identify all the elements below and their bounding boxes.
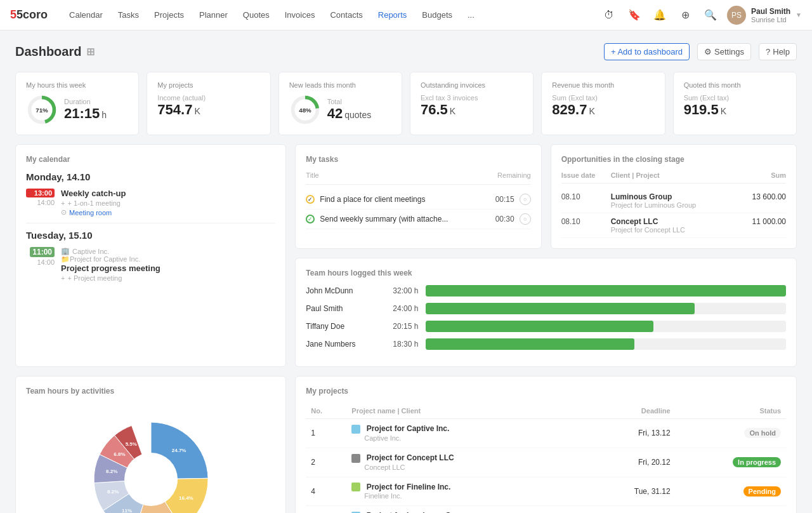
- stats-row: My hours this week 71% Duration 21:15 h: [15, 72, 797, 135]
- pie-label-0: 24.7%: [171, 448, 186, 453]
- stat-invoices: Outstanding invoices Excl tax 3 invoices…: [410, 72, 534, 135]
- task-action-0[interactable]: ○: [520, 194, 531, 205]
- col-name: Project name | Client: [346, 403, 586, 419]
- col-deadline: Deadline: [586, 403, 675, 419]
- table-row[interactable]: 1 Project for Captive Inc. Captive Inc. …: [306, 419, 786, 448]
- help-icon: ?: [766, 47, 770, 57]
- chevron-down-icon: ▼: [796, 11, 802, 18]
- hours-donut: 71%: [26, 94, 58, 126]
- bottom-row: Team hours by activities 24.7%16.4%13.7%…: [15, 376, 797, 513]
- team-bar-2: [426, 321, 653, 332]
- team-bar-0: [426, 285, 786, 296]
- team-row-3: Jane Numbers 18:30 h: [306, 338, 786, 350]
- avatar: PS: [727, 6, 746, 25]
- stat-revenue-label: Revenue this month: [552, 81, 654, 89]
- calendar-day-tuesday: Tuesday, 15.10: [26, 230, 275, 241]
- opportunities-card: Opportunities in the closing stage Issue…: [551, 144, 797, 249]
- opportunities-title: Opportunities in the closing stage: [561, 155, 786, 164]
- tasks-card: My tasks Title Remaining ✓ Find a place …: [295, 144, 541, 249]
- search-icon[interactable]: 🔍: [702, 6, 719, 24]
- task-checkbox-1[interactable]: ✓: [306, 215, 315, 223]
- stat-hours-label: My hours this week: [26, 81, 128, 89]
- table-row[interactable]: 2 Project for Concept LLC Concept LLC Fr…: [306, 448, 786, 477]
- nav-reports[interactable]: Reports: [372, 6, 414, 23]
- stat-projects-label: My projects: [157, 81, 259, 89]
- nav-invoices[interactable]: Invoices: [278, 6, 322, 23]
- team-hours-title: Team hours logged this week: [306, 269, 786, 277]
- dashboard-title: Dashboard ⊞: [15, 44, 95, 59]
- nav-more[interactable]: ...: [461, 6, 481, 23]
- pie-label-5: 8.2%: [106, 469, 117, 474]
- nav-tasks[interactable]: Tasks: [112, 6, 145, 23]
- task-checkbox-0[interactable]: ✓: [306, 195, 315, 204]
- pie-label-1: 16.4%: [179, 495, 193, 501]
- pie-label-6: 6.8%: [114, 451, 125, 457]
- nav-budgets[interactable]: Budgets: [416, 6, 459, 23]
- main-content: Dashboard ⊞ + Add to dashboard ⚙ Setting…: [0, 30, 812, 513]
- team-bar-3: [426, 338, 634, 350]
- team-bar-wrap-0: [426, 285, 786, 296]
- nav-planner[interactable]: Planner: [193, 6, 234, 23]
- add-to-dashboard-button[interactable]: + Add to dashboard: [604, 43, 690, 60]
- table-row[interactable]: 4 Project for Fineline Inc. Fineline Inc…: [306, 477, 786, 506]
- team-bar-wrap-3: [426, 338, 786, 350]
- task-row-0: ✓ Find a place for client meetings 00:15…: [306, 190, 530, 210]
- team-bar-wrap-2: [426, 321, 786, 332]
- nav-contacts[interactable]: Contacts: [324, 6, 369, 23]
- opp-row-0: 08.10 Luminous Group Project for Luminou…: [561, 189, 786, 213]
- team-hours-rows: John McDunn 32:00 h Paul Smith 24:00 h T…: [306, 285, 786, 350]
- nav-projects[interactable]: Projects: [148, 6, 190, 23]
- dashboard-actions: + Add to dashboard ⚙ Settings ? Help: [604, 43, 797, 60]
- calendar-event-1: 11:00 14:00 🏢Captive Inc. 📁Project for C…: [26, 247, 275, 282]
- team-row-1: Paul Smith 24:00 h: [306, 303, 786, 314]
- bookmark-icon[interactable]: 🔖: [625, 6, 643, 24]
- nav-calendar[interactable]: Calendar: [63, 6, 109, 23]
- stat-projects: My projects Income (actual) 754.7 K: [147, 72, 270, 135]
- leads-donut: 48%: [289, 94, 321, 126]
- stat-leads-label: New leads this month: [289, 81, 391, 89]
- tasks-title: My tasks: [306, 155, 530, 164]
- dashboard-header: Dashboard ⊞ + Add to dashboard ⚙ Setting…: [15, 43, 797, 60]
- calendar-day-monday: Monday, 14.10: [26, 171, 275, 182]
- team-bar-1: [426, 303, 695, 314]
- nav-right: ⏱ 🔖 🔔 ⊕ 🔍 PS Paul Smith Sunrise Ltd ▼: [600, 6, 802, 25]
- pie-chart: 24.7%16.4%13.7%11%8.2%8.2%6.8%5.5%: [81, 410, 221, 513]
- team-row-2: Tiffany Doe 20:15 h: [306, 321, 786, 332]
- filter-icon[interactable]: ⊞: [86, 46, 95, 58]
- notification-icon[interactable]: 🔔: [651, 6, 669, 24]
- user-badge[interactable]: PS Paul Smith Sunrise Ltd ▼: [727, 6, 802, 25]
- calendar-event-0: 13:00 14:00 Weekly catch-up + + 1-on-1 m…: [26, 189, 275, 217]
- calendar-title: My calendar: [26, 155, 275, 164]
- calendar-card: My calendar Monday, 14.10 13:00 14:00 We…: [15, 144, 286, 367]
- settings-button[interactable]: ⚙ Settings: [697, 43, 751, 60]
- table-row[interactable]: 5 Project for Luminous Group Luminous Gr…: [306, 506, 786, 513]
- help-button[interactable]: ? Help: [759, 43, 797, 60]
- pie-chart-wrap: 24.7%16.4%13.7%11%8.2%8.2%6.8%5.5%: [26, 403, 275, 513]
- nav-quotes[interactable]: Quotes: [237, 6, 276, 23]
- tasks-opps-row: My tasks Title Remaining ✓ Find a place …: [295, 144, 797, 249]
- add-icon[interactable]: ⊕: [676, 6, 694, 24]
- opp-row-1: 08.10 Concept LLC Project for Concept LL…: [561, 213, 786, 238]
- pie-label-3: 11%: [122, 508, 132, 513]
- projects-title: My projects: [306, 387, 786, 396]
- logo[interactable]: 55coro: [10, 8, 48, 22]
- task-action-1[interactable]: ○: [520, 213, 531, 225]
- team-activities-card: Team hours by activities 24.7%16.4%13.7%…: [15, 376, 286, 513]
- user-name: Paul Smith: [751, 7, 790, 16]
- settings-icon: ⚙: [704, 47, 712, 57]
- tasks-header: Title Remaining: [306, 171, 530, 185]
- col-no: No.: [306, 403, 346, 419]
- svg-point-6: [124, 453, 178, 506]
- svg-text:48%: 48%: [299, 107, 311, 114]
- calendar-divider: [26, 223, 275, 223]
- user-company: Sunrise Ltd: [751, 16, 790, 23]
- right-section: My tasks Title Remaining ✓ Find a place …: [295, 144, 797, 367]
- col-status: Status: [676, 403, 786, 419]
- stat-leads: New leads this month 48% Total 42 quotes: [278, 72, 402, 135]
- timer-icon[interactable]: ⏱: [600, 6, 618, 24]
- top-navigation: 55coro Calendar Tasks Projects Planner Q…: [0, 0, 812, 30]
- projects-card: My projects No. Project name | Client De…: [295, 376, 797, 513]
- pie-label-7: 5.5%: [125, 441, 136, 447]
- task-row-1: ✓ Send weekly summary (with attache... 0…: [306, 210, 530, 229]
- projects-table: No. Project name | Client Deadline Statu…: [306, 403, 786, 513]
